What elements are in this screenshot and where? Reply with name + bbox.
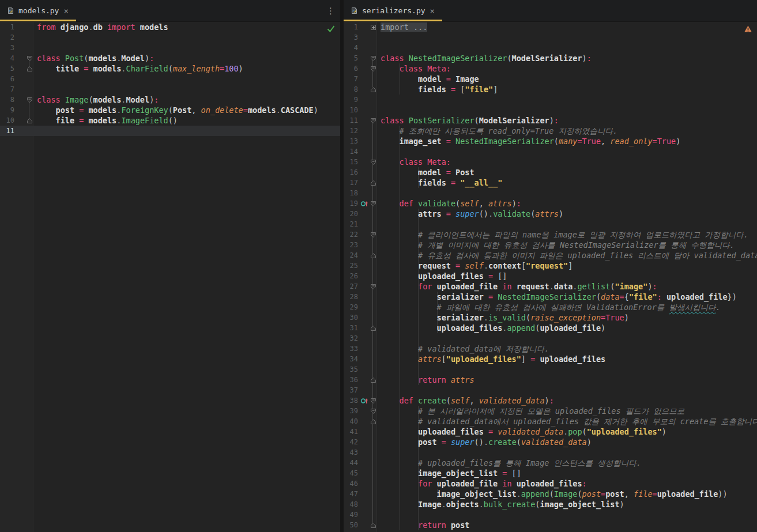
code-line-current[interactable]: 11: [0, 126, 340, 136]
fold-marker-start[interactable]: [369, 229, 377, 240]
code-line[interactable]: 32: [344, 333, 757, 344]
line-number[interactable]: 24: [344, 250, 360, 261]
line-number[interactable]: 5: [344, 53, 360, 63]
code-line[interactable]: 50 return post: [344, 520, 757, 530]
code-line[interactable]: 10 file = models.ImageField(): [0, 115, 340, 126]
line-number[interactable]: 27: [344, 281, 360, 292]
fold-marker-end[interactable]: [369, 178, 377, 188]
line-number[interactable]: 3: [0, 43, 16, 53]
code-line[interactable]: 6 class Meta:: [344, 63, 757, 74]
overriding-method-icon[interactable]: [360, 395, 369, 406]
close-icon[interactable]: ×: [430, 7, 435, 15]
fold-marker-end[interactable]: [369, 520, 377, 530]
code-line[interactable]: 21: [344, 219, 757, 229]
line-number[interactable]: 6: [0, 74, 16, 84]
overriding-method-icon[interactable]: [360, 198, 369, 209]
code-line[interactable]: 17 fields = "__all__": [344, 178, 757, 188]
code-line[interactable]: 4class Post(models.Model):: [0, 53, 340, 63]
code-line[interactable]: 14: [344, 146, 757, 157]
code-line[interactable]: 44 # uploaded_files를 통해 Image 인스턴스를 생성합니…: [344, 458, 757, 468]
code-line[interactable]: 45 image_object_list = []: [344, 468, 757, 478]
line-number[interactable]: 15: [344, 157, 360, 167]
code-line[interactable]: 5class NestedImageSerializer(ModelSerial…: [344, 53, 757, 63]
line-number[interactable]: 19: [344, 198, 360, 209]
line-number[interactable]: 8: [344, 84, 360, 95]
line-number[interactable]: 40: [344, 416, 360, 427]
editor-models-py[interactable]: 1from django.db import models234class Po…: [0, 22, 340, 532]
code-line[interactable]: 2: [0, 32, 340, 43]
code-line[interactable]: 19 def validate(self, attrs):: [344, 198, 757, 209]
more-options-icon[interactable]: ⋮: [326, 6, 335, 15]
line-number[interactable]: 33: [344, 344, 360, 354]
code-line[interactable]: 8 fields = ["file"]: [344, 84, 757, 95]
line-number[interactable]: 4: [344, 43, 360, 53]
line-number[interactable]: 1: [0, 22, 16, 32]
code-line[interactable]: 5 title = models.CharField(max_length=10…: [0, 63, 340, 74]
code-line[interactable]: 11class PostSerializer(ModelSerializer):: [344, 115, 757, 126]
code-line[interactable]: 16 model = Post: [344, 167, 757, 178]
code-line[interactable]: 35: [344, 364, 757, 375]
fold-marker-start[interactable]: [369, 281, 377, 292]
code-line[interactable]: 1import ...: [344, 22, 757, 32]
fold-marker-start[interactable]: [369, 53, 377, 63]
line-number[interactable]: 10: [0, 115, 16, 126]
line-number[interactable]: 7: [344, 74, 360, 84]
line-number[interactable]: 5: [0, 63, 16, 74]
code-line[interactable]: 40 # validated_data에서 uploaded_files 값을 …: [344, 416, 757, 427]
line-number[interactable]: 30: [344, 312, 360, 323]
code-line[interactable]: 36 return attrs: [344, 375, 757, 385]
line-number[interactable]: 25: [344, 261, 360, 271]
line-number[interactable]: 34: [344, 354, 360, 364]
code-line[interactable]: 1from django.db import models: [0, 22, 340, 32]
line-number[interactable]: 9: [0, 105, 16, 115]
line-number[interactable]: 35: [344, 364, 360, 375]
code-line[interactable]: 30 serializer.is_valid(raise_exception=T…: [344, 312, 757, 323]
line-number[interactable]: 10: [344, 105, 360, 115]
line-number[interactable]: 43: [344, 447, 360, 458]
fold-marker-start[interactable]: [369, 198, 377, 209]
code-line[interactable]: 27 for uploaded_file in request.data.get…: [344, 281, 757, 292]
code-line[interactable]: 22 # 클라이언트에서는 파일의 name을 image로 일괄 지정하여 업…: [344, 229, 757, 240]
line-number[interactable]: 16: [344, 167, 360, 178]
close-icon[interactable]: ×: [63, 7, 69, 15]
line-number[interactable]: 46: [344, 478, 360, 489]
code-line[interactable]: 48 Image.objects.bulk_create(image_objec…: [344, 499, 757, 510]
fold-marker-start[interactable]: [25, 53, 33, 63]
line-number[interactable]: 1: [344, 22, 360, 32]
line-number[interactable]: 12: [344, 126, 360, 136]
code-line[interactable]: 46 for uploaded_file in uploaded_files:: [344, 478, 757, 489]
line-number[interactable]: 42: [344, 437, 360, 447]
fold-marker-start[interactable]: [369, 395, 377, 406]
line-number[interactable]: 2: [0, 32, 16, 43]
code-line[interactable]: 20 attrs = super().validate(attrs): [344, 209, 757, 219]
tab-serializers-py[interactable]: serializers.py ×: [344, 0, 442, 21]
fold-marker-end[interactable]: [369, 323, 377, 333]
code-line[interactable]: 41 uploaded_files = validated_data.pop("…: [344, 427, 757, 437]
code-line[interactable]: 47 image_object_list.append(Image(post=p…: [344, 489, 757, 499]
line-number[interactable]: 7: [0, 84, 16, 95]
line-number[interactable]: 29: [344, 302, 360, 312]
line-number[interactable]: 32: [344, 333, 360, 344]
fold-marker-start[interactable]: [369, 157, 377, 167]
code-line[interactable]: 39 # 본 시리얼라이저에 지정된 모델은 uploaded_files 필드…: [344, 406, 757, 416]
line-number[interactable]: 14: [344, 146, 360, 157]
code-line[interactable]: 25 request = self.context["request"]: [344, 261, 757, 271]
line-number[interactable]: 6: [344, 63, 360, 74]
code-line[interactable]: 12 # 조회에만 사용되도록 read_only=True 지정하였습니다.: [344, 126, 757, 136]
code-line[interactable]: 13 image_set = NestedImageSerializer(man…: [344, 136, 757, 146]
line-number[interactable]: 48: [344, 499, 360, 510]
code-line[interactable]: 15 class Meta:: [344, 157, 757, 167]
code-line[interactable]: 9 post = models.ForeignKey(Post, on_dele…: [0, 105, 340, 115]
code-line[interactable]: 42 post = super().create(validated_data): [344, 437, 757, 447]
fold-marker-end[interactable]: [369, 416, 377, 427]
code-line[interactable]: 43: [344, 447, 757, 458]
code-line[interactable]: 34 attrs["uploaded_files"] = uploaded_fi…: [344, 354, 757, 364]
fold-marker-start[interactable]: [25, 95, 33, 105]
code-line[interactable]: 18: [344, 188, 757, 198]
code-line[interactable]: 38 def create(self, validated_data):: [344, 395, 757, 406]
code-line[interactable]: 29 # 파일에 대한 유효성 검사에 실패하면 ValidationError…: [344, 302, 757, 312]
line-number[interactable]: 37: [344, 385, 360, 395]
inspections-warning-icon[interactable]: [744, 25, 752, 32]
code-line[interactable]: 26 uploaded_files = []: [344, 271, 757, 281]
fold-marker-end[interactable]: [369, 375, 377, 385]
